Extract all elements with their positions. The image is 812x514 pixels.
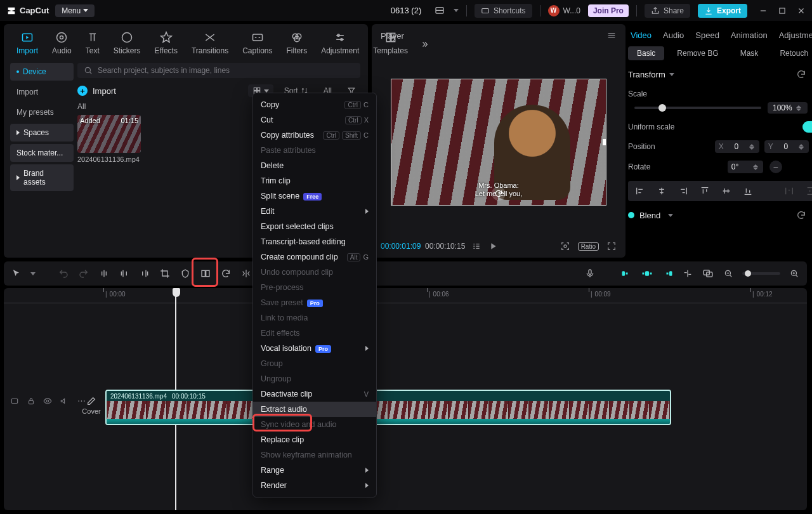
layout-icon[interactable] — [433, 4, 446, 17]
ratio-badge[interactable]: Ratio — [578, 242, 599, 251]
fullscreen-icon[interactable] — [606, 241, 617, 251]
player-menu-icon[interactable] — [606, 30, 617, 41]
ctx-render[interactable]: Render — [253, 478, 376, 493]
ctx-create-compound[interactable]: Create compound clipAltG — [253, 249, 376, 265]
maximize-icon[interactable] — [778, 6, 787, 15]
sidebar-spaces[interactable]: Spaces — [10, 124, 74, 142]
timeline-ruler[interactable]: |00:00 |00:03 |00:06 |00:09 |00:12 — [4, 288, 807, 303]
uniform-toggle[interactable] — [802, 121, 812, 133]
reset-icon[interactable] — [796, 210, 806, 220]
ctx-copy-attributes[interactable]: Copy attributesCtrlShiftC — [253, 128, 376, 143]
reverse-icon[interactable] — [219, 267, 232, 280]
lane-visible-icon[interactable] — [43, 397, 53, 405]
align-top-icon[interactable] — [697, 185, 713, 197]
chevron-down-icon[interactable] — [454, 9, 459, 12]
close-icon[interactable] — [797, 6, 806, 15]
insp-tab-animation[interactable]: Animation — [731, 30, 768, 40]
tab-text[interactable]: Text — [79, 29, 106, 59]
zoom-out-icon[interactable] — [722, 267, 735, 280]
trim-right-icon[interactable] — [138, 267, 151, 280]
align-right-icon[interactable] — [675, 185, 691, 197]
tab-filters[interactable]: Filters — [280, 29, 314, 59]
ctx-edit[interactable]: Edit — [253, 204, 376, 219]
marker-icon[interactable] — [179, 267, 192, 280]
join-pro-button[interactable]: Join Pro — [588, 4, 629, 17]
blend-label[interactable]: Blend — [639, 211, 660, 220]
select-tool-icon[interactable] — [10, 267, 23, 280]
sync-icon[interactable] — [492, 187, 506, 201]
tab-stickers[interactable]: Stickers — [107, 29, 147, 59]
ctx-transcript-editing[interactable]: Transcript-based editing — [253, 234, 376, 249]
tab-effects[interactable]: Effects — [148, 29, 183, 59]
split-icon[interactable] — [98, 267, 110, 280]
lane-collapse-icon[interactable] — [10, 397, 20, 405]
sidebar-import[interactable]: Import — [10, 83, 74, 101]
mirror-icon[interactable] — [240, 267, 252, 280]
import-action[interactable]: +Import — [77, 86, 116, 96]
sidebar-stock[interactable]: Stock mater... — [10, 144, 74, 162]
flip-button[interactable]: – — [769, 161, 782, 173]
lane-mute-icon[interactable] — [60, 397, 70, 405]
section-transform[interactable]: Transform — [628, 70, 665, 79]
ctx-delete[interactable]: Delete — [253, 158, 376, 173]
undo-icon[interactable] — [57, 267, 70, 280]
subtab-retouch[interactable]: Retouch — [771, 46, 812, 60]
media-thumb[interactable]: Added01:15 202406131136.mp4 — [77, 115, 141, 163]
align-hcenter-icon[interactable] — [653, 185, 670, 197]
tab-import[interactable]: Import — [10, 29, 44, 59]
subtab-basic[interactable]: Basic — [628, 46, 664, 60]
scan-icon[interactable] — [560, 241, 570, 251]
reset-icon[interactable] — [796, 69, 806, 79]
redo-icon[interactable] — [77, 267, 90, 280]
scale-value[interactable]: 100% — [768, 102, 808, 114]
scale-slider[interactable] — [634, 107, 761, 109]
list-icon[interactable] — [471, 241, 481, 251]
sidebar-device[interactable]: Device — [10, 63, 74, 81]
ctx-extract-audio[interactable]: Extract audio — [253, 402, 376, 417]
play-icon[interactable] — [488, 241, 498, 251]
ctx-split-scene[interactable]: Split sceneFree — [253, 188, 376, 204]
ctx-trim-clip[interactable]: Trim clip — [253, 173, 376, 188]
share-button[interactable]: Share — [645, 4, 690, 18]
tab-captions[interactable]: Captions — [236, 29, 278, 59]
align-left-icon[interactable] — [632, 185, 648, 197]
zoom-slider[interactable] — [742, 272, 780, 275]
cover-button[interactable]: Cover — [79, 396, 104, 415]
zoom-fit-icon[interactable] — [788, 267, 801, 280]
insp-tab-audio[interactable]: Audio — [663, 30, 684, 40]
mic-icon[interactable] — [584, 267, 596, 280]
insp-tab-video[interactable]: Video — [631, 30, 652, 40]
ctx-cut[interactable]: CutCtrlX — [253, 112, 376, 128]
insp-tab-speed[interactable]: Speed — [695, 30, 719, 40]
shortcuts-button[interactable]: Shortcuts — [475, 4, 532, 18]
ctx-deactivate-clip[interactable]: Deactivate clipV — [253, 386, 376, 402]
export-button[interactable]: Export — [698, 4, 747, 18]
lane-lock-icon[interactable] — [27, 397, 37, 405]
tab-transitions[interactable]: Transitions — [185, 29, 235, 59]
minimize-icon[interactable] — [759, 6, 768, 15]
crop-icon[interactable] — [159, 267, 171, 280]
timeline-body[interactable]: |00:00 |00:03 |00:06 |00:09 |00:12 ⋯ Cov… — [4, 288, 807, 510]
menu-button[interactable]: Menu — [55, 4, 95, 17]
insp-tab-adjustment[interactable]: Adjustment — [779, 30, 812, 40]
tab-adjustment[interactable]: Adjustment — [315, 29, 365, 59]
tab-audio[interactable]: Audio — [46, 29, 78, 59]
chevron-down-icon[interactable] — [30, 272, 36, 275]
align-vcenter-icon[interactable] — [718, 185, 735, 197]
rotate-input[interactable]: 0° — [728, 161, 763, 173]
subtab-removebg[interactable]: Remove BG — [668, 46, 727, 60]
align-bottom-icon[interactable] — [740, 185, 756, 197]
pos-x-input[interactable]: X0 — [715, 140, 759, 153]
preview-icon[interactable] — [702, 267, 714, 280]
ctx-export-selected[interactable]: Export selected clips — [253, 219, 376, 234]
pos-y-input[interactable]: Y0 — [764, 140, 809, 153]
split-frame-icon[interactable] — [199, 267, 212, 280]
ctx-range[interactable]: Range — [253, 463, 376, 478]
search-input[interactable]: Search project, subjects in image, lines — [77, 63, 360, 78]
ctx-vocal-isolation[interactable]: Vocal isolationPro — [253, 341, 376, 356]
snap-icon[interactable] — [681, 267, 694, 280]
sidebar-brand[interactable]: Brand assets — [10, 164, 74, 191]
ctx-replace-clip[interactable]: Replace clip — [253, 432, 376, 447]
magnet-left-icon[interactable] — [620, 267, 633, 280]
subtab-mask[interactable]: Mask — [731, 46, 768, 60]
